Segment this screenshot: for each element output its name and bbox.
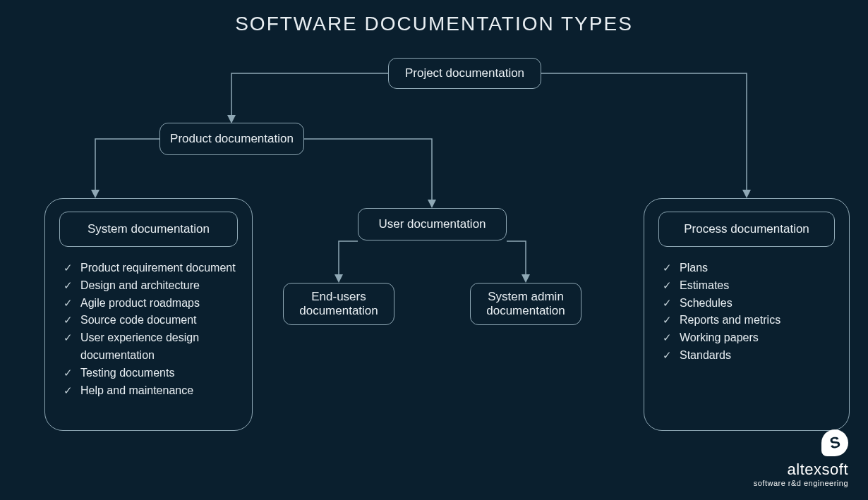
logo-bubble-icon: S [821,429,848,456]
panel-title-process: Process documentation [658,212,835,247]
list-item: Plans [661,260,835,277]
system-items-list: Product requirement document Design and … [59,260,238,399]
node-system-admin-documentation: System admin documentation [470,283,581,325]
list-item: User experience design documentation [62,329,238,365]
panel-title-system: System documentation [59,212,238,247]
node-project-documentation: Project documentation [388,58,541,89]
logo-brand-text: altexsoft [754,461,848,479]
list-item: Source code document [62,312,238,329]
list-item: Testing documents [62,365,238,382]
list-item: Schedules [661,295,835,312]
diagram-title: SOFTWARE DOCUMENTATION TYPES [0,0,868,35]
list-item: Agile product roadmaps [62,295,238,312]
list-item: Design and architecture [62,277,238,295]
list-item: Help and maintenance [62,382,238,400]
logo-tagline: software r&d engineering [754,479,848,487]
node-end-users-documentation: End-users documentation [283,283,394,325]
list-item: Estimates [661,277,835,295]
panel-system-documentation: System documentation Product requirement… [44,198,253,431]
node-user-documentation: User documentation [358,208,507,240]
node-product-documentation: Product documentation [159,123,304,155]
altexsoft-logo: S altexsoft software r&d engineering [754,429,848,487]
list-item: Standards [661,347,835,365]
list-item: Product requirement document [62,260,238,277]
panel-process-documentation: Process documentation Plans Estimates Sc… [644,198,850,431]
list-item: Reports and metrics [661,312,835,329]
logo-mark: S [828,433,842,453]
list-item: Working papers [661,329,835,347]
process-items-list: Plans Estimates Schedules Reports and me… [658,260,835,365]
